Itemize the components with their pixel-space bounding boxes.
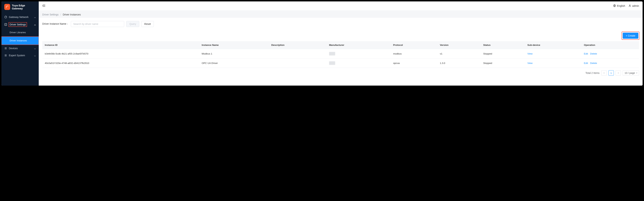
- cell-instance-name: Modbus 1: [199, 49, 269, 58]
- col-status: Status: [481, 41, 525, 49]
- breadcrumb: Driver Settings / Driver Instances: [39, 10, 642, 18]
- create-row: + Create: [42, 32, 639, 40]
- chevron-down-icon: [34, 54, 36, 56]
- col-version: Version: [438, 41, 481, 49]
- cell-status: Stopped: [481, 58, 525, 68]
- user-menu[interactable]: admin: [628, 4, 639, 8]
- sidebar: Tuya Edge Gateway Gateway Network: [2, 2, 39, 86]
- dashboard-icon: [4, 16, 7, 18]
- cell-version: 1.3.0: [438, 58, 481, 68]
- col-operation: Operation: [582, 41, 639, 49]
- cell-instance-name: OPC UA Driver: [199, 58, 269, 68]
- sidebar-item-expert-system[interactable]: Expert System: [2, 52, 39, 59]
- delete-link[interactable]: Delete: [590, 62, 597, 64]
- nav: Gateway Network Driver Settings: [2, 12, 39, 59]
- delete-link[interactable]: Delete: [590, 52, 597, 55]
- sidebar-item-label: Gateway Network: [9, 16, 32, 18]
- breadcrumb-parent[interactable]: Driver Settings: [42, 13, 58, 16]
- query-button[interactable]: Query: [126, 21, 139, 27]
- chevron-up-icon: [34, 24, 36, 26]
- cell-instance-id: b3efe56b-5cdb-4b21-af55-2c9ae5f7b570: [42, 49, 199, 58]
- user-icon: [628, 4, 631, 8]
- globe-icon: [613, 4, 616, 8]
- sidebar-item-devices[interactable]: Devices: [2, 45, 39, 52]
- redacted-icon: [329, 61, 335, 65]
- brand: Tuya Edge Gateway: [2, 2, 39, 12]
- list-icon: [4, 47, 7, 50]
- cell-sub-device: View: [525, 58, 582, 68]
- view-link[interactable]: View: [528, 52, 533, 55]
- sidebar-item-label: Driver Libraries: [10, 31, 26, 34]
- filter-label: Driver Instance Name：: [42, 22, 69, 26]
- cell-operation: Edit Delete: [582, 49, 639, 58]
- cell-sub-device: View: [525, 49, 582, 58]
- cell-protocol: opcua: [390, 58, 437, 68]
- cell-description: [269, 49, 326, 58]
- svg-point-0: [6, 8, 6, 8]
- create-button[interactable]: + Create: [623, 33, 638, 39]
- col-manufacturer: Manufacturer: [326, 41, 391, 49]
- svg-point-4: [629, 4, 630, 6]
- breadcrumb-current: Driver Instances: [63, 13, 81, 16]
- cell-version: v1: [438, 49, 481, 58]
- cell-protocol: modbus: [390, 49, 437, 58]
- page-size-select[interactable]: 10 / page: [623, 70, 639, 76]
- reset-button[interactable]: Reset: [141, 21, 154, 27]
- content-panel: Driver Instance Name： Query Reset + Crea…: [39, 18, 642, 86]
- table-header-row: Instance ID Instance Name Description Ma…: [42, 41, 639, 49]
- edit-link[interactable]: Edit: [584, 62, 588, 64]
- edit-icon: [4, 23, 7, 26]
- cell-status: Stopped: [481, 49, 525, 58]
- prev-page-button[interactable]: [601, 70, 607, 76]
- list-icon: [4, 54, 7, 57]
- col-protocol: Protocol: [390, 41, 437, 49]
- col-sub-device: Sub-device: [525, 41, 582, 49]
- driver-instance-name-input[interactable]: [71, 21, 124, 27]
- sidebar-item-driver-instances[interactable]: Driver Instances: [2, 36, 39, 45]
- sidebar-item-label: Expert System: [9, 54, 32, 57]
- cell-manufacturer: [326, 49, 391, 58]
- view-link[interactable]: View: [528, 62, 533, 64]
- topbar: English admin: [39, 2, 642, 10]
- brand-logo-icon: [4, 4, 10, 10]
- table-row: 40c0a51f-520e-4748-a832-d04137fb2910 OPC…: [42, 58, 639, 68]
- page-1-button[interactable]: 1: [608, 70, 614, 76]
- sidebar-item-gateway-network[interactable]: Gateway Network: [2, 14, 39, 20]
- edit-link[interactable]: Edit: [584, 52, 588, 55]
- cell-instance-id: 40c0a51f-520e-4748-a832-d04137fb2910: [42, 58, 199, 68]
- create-highlight: + Create: [622, 32, 639, 40]
- instances-table: Instance ID Instance Name Description Ma…: [42, 41, 639, 68]
- breadcrumb-sep: /: [60, 13, 61, 16]
- table-row: b3efe56b-5cdb-4b21-af55-2c9ae5f7b570 Mod…: [42, 49, 639, 58]
- collapse-sidebar-button[interactable]: [42, 4, 46, 8]
- col-instance-id: Instance ID: [42, 41, 199, 49]
- language-label: English: [617, 4, 625, 7]
- pagination: Total 2 Items 1 10 / page: [42, 70, 639, 76]
- cell-operation: Edit Delete: [582, 58, 639, 68]
- chevron-down-icon: [34, 48, 36, 49]
- col-description: Description: [269, 41, 326, 49]
- sidebar-item-label: Driver Instances: [10, 39, 27, 42]
- user-label: admin: [632, 4, 639, 7]
- sidebar-item-driver-settings[interactable]: Driver Settings: [2, 20, 39, 28]
- page-size-label: 10 / page: [625, 72, 635, 74]
- cell-manufacturer: [326, 58, 391, 68]
- sidebar-item-driver-libraries[interactable]: Driver Libraries: [2, 28, 39, 36]
- brand-title: Tuya Edge Gateway: [12, 4, 36, 10]
- sidebar-item-label: Driver Settings: [9, 23, 32, 26]
- redacted-icon: [329, 52, 335, 56]
- next-page-button[interactable]: [616, 70, 621, 76]
- col-instance-name: Instance Name: [199, 41, 269, 49]
- app-shell: Tuya Edge Gateway Gateway Network: [2, 2, 642, 86]
- sidebar-item-label: Devices: [9, 47, 32, 50]
- pagination-total: Total 2 Items: [586, 72, 600, 74]
- cell-description: [269, 58, 326, 68]
- language-switch[interactable]: English: [613, 4, 625, 8]
- main: English admin Driver Settings / Driver I…: [39, 2, 642, 86]
- filter-row: Driver Instance Name： Query Reset: [42, 21, 639, 27]
- chevron-down-icon: [34, 16, 36, 18]
